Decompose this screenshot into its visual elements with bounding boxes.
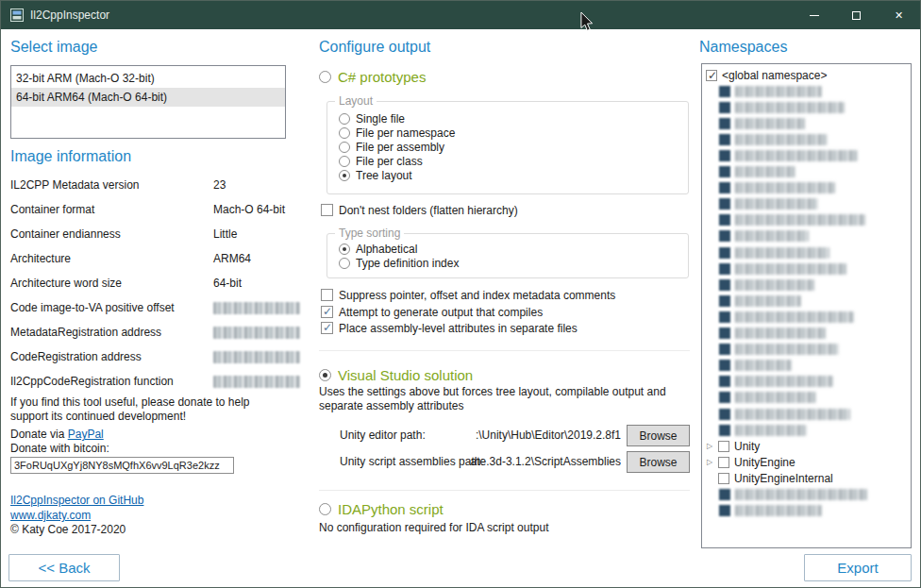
maximize-button[interactable]	[835, 1, 878, 29]
unity-assemblies-path-value[interactable]: ate.3d-3.1.2\ScriptAssemblies	[432, 455, 621, 468]
image-option-32bit-arm[interactable]: 32-bit ARM (Mach-O 32-bit)	[11, 69, 285, 88]
namespace-checkbox[interactable]	[718, 441, 729, 452]
namespace-checkbox[interactable]	[719, 344, 730, 355]
back-button[interactable]: << Back	[8, 554, 120, 581]
checkbox-flatten-hierarchy[interactable]: Don't nest folders (flatten hierarchy)	[321, 203, 518, 217]
namespace-checkbox[interactable]	[719, 295, 730, 307]
namespace-item-redacted[interactable]	[702, 164, 911, 180]
bitcoin-address-input[interactable]	[10, 457, 234, 474]
radio-option-single-file[interactable]: Single file	[339, 111, 688, 126]
namespace-item-redacted[interactable]	[702, 358, 911, 374]
minimize-icon	[810, 15, 819, 16]
website-link[interactable]: www.djkaty.com	[10, 509, 91, 522]
namespace-item-global[interactable]: <global namespace>	[702, 67, 911, 83]
namespace-checkbox[interactable]	[719, 376, 730, 387]
namespace-checkbox[interactable]	[719, 360, 730, 371]
checkbox-suppress-metadata-comments[interactable]: Suppress pointer, offset and index metad…	[321, 288, 615, 302]
namespace-checkbox[interactable]	[719, 214, 730, 226]
namespace-item-redacted[interactable]	[702, 99, 911, 115]
unity-editor-path-label: Unity editor path:	[340, 428, 426, 442]
namespace-item-redacted[interactable]	[702, 406, 911, 422]
checkbox-icon	[321, 289, 333, 301]
checkbox-assembly-attributes-separate-files[interactable]: Place assembly-level attributes in separ…	[321, 321, 578, 335]
namespace-checkbox[interactable]	[719, 134, 730, 145]
namespace-checkbox[interactable]	[719, 328, 730, 339]
namespace-item-unityengine[interactable]: ▷ UnityEngine	[702, 454, 911, 470]
namespace-checkbox[interactable]	[719, 409, 730, 420]
namespace-item-redacted[interactable]	[702, 115, 911, 131]
namespace-item-redacted[interactable]	[702, 422, 911, 438]
radio-option-type-definition-index[interactable]: Type definition index	[339, 256, 688, 270]
namespace-checkbox[interactable]	[719, 247, 730, 259]
namespaces-list[interactable]: <global namespace> ▷ Unity ▷ UnityEngine…	[701, 63, 912, 548]
namespace-item-redacted[interactable]	[702, 180, 911, 196]
namespace-item-redacted[interactable]	[702, 228, 911, 244]
namespace-item-redacted[interactable]	[702, 131, 911, 147]
redacted-text	[735, 263, 846, 275]
browse-assemblies-path-button[interactable]: Browse	[627, 451, 690, 473]
namespace-item-redacted[interactable]	[702, 503, 911, 519]
namespace-item-redacted[interactable]	[702, 196, 911, 212]
export-button[interactable]: Export	[804, 554, 912, 581]
radio-idapython-script[interactable]: IDAPython script	[319, 499, 444, 518]
close-button[interactable]: ✕	[878, 1, 920, 29]
namespace-item-redacted[interactable]	[702, 326, 911, 342]
namespace-item-redacted[interactable]	[702, 83, 911, 99]
redacted-text	[735, 295, 801, 307]
namespace-checkbox[interactable]	[719, 505, 730, 516]
namespace-checkbox[interactable]	[718, 457, 729, 468]
namespace-checkbox[interactable]	[719, 182, 730, 193]
namespace-item-redacted[interactable]	[702, 342, 911, 358]
namespace-checkbox[interactable]	[719, 198, 730, 210]
radio-icon	[339, 127, 350, 139]
namespace-checkbox[interactable]	[719, 425, 730, 436]
namespace-checkbox[interactable]	[719, 392, 730, 403]
namespace-item-redacted[interactable]	[702, 293, 911, 309]
unity-editor-path-value[interactable]: :\Unity\Hub\Editor\2019.2.8f1	[432, 428, 621, 442]
expander-icon[interactable]: ▷	[706, 459, 713, 466]
radio-option-alphabetical[interactable]: Alphabetical	[339, 242, 688, 256]
namespace-item-unity[interactable]: ▷ Unity	[702, 438, 911, 454]
redacted-text	[735, 247, 829, 259]
namespace-checkbox[interactable]	[719, 102, 730, 113]
radio-option-file-per-class[interactable]: File per class	[339, 154, 688, 168]
namespace-checkbox[interactable]	[719, 279, 730, 291]
namespace-item-redacted[interactable]	[702, 212, 911, 228]
checkbox-generate-compilable-output[interactable]: Attempt to generate output that compiles	[321, 305, 543, 319]
namespace-checkbox[interactable]	[719, 86, 730, 97]
namespace-checkbox[interactable]	[706, 70, 717, 81]
namespace-checkbox[interactable]	[719, 150, 730, 161]
namespace-item-redacted[interactable]	[702, 260, 911, 277]
namespace-item-redacted[interactable]	[702, 147, 911, 163]
radio-option-file-per-assembly[interactable]: File per assembly	[339, 140, 688, 154]
select-image-heading: Select image	[10, 39, 98, 56]
browse-editor-path-button[interactable]: Browse	[627, 425, 690, 446]
namespace-item-redacted[interactable]	[702, 309, 911, 325]
namespace-item-redacted[interactable]	[702, 374, 911, 390]
radio-option-tree-layout[interactable]: Tree layout	[339, 168, 688, 182]
radio-visual-studio-solution[interactable]: Visual Studio solution	[319, 365, 473, 384]
redacted-text	[735, 505, 822, 516]
github-link[interactable]: Il2CppInspector on GitHub	[10, 494, 143, 507]
namespace-checkbox[interactable]	[719, 230, 730, 242]
radio-option-file-per-namespace[interactable]: File per namespace	[339, 126, 688, 140]
radio-label: Visual Studio solution	[338, 367, 473, 383]
paypal-link[interactable]: PayPal	[68, 428, 104, 441]
redacted-text	[735, 102, 845, 113]
image-option-64bit-arm64[interactable]: 64-bit ARM64 (Mach-O 64-bit)	[11, 88, 285, 107]
namespace-item-redacted[interactable]	[702, 244, 911, 260]
namespace-checkbox[interactable]	[718, 473, 729, 484]
namespace-checkbox[interactable]	[719, 166, 730, 177]
expander-icon[interactable]: ▷	[706, 443, 713, 450]
minimize-button[interactable]	[793, 1, 835, 29]
redacted-text	[735, 489, 867, 500]
namespace-checkbox[interactable]	[719, 489, 730, 500]
namespace-item-redacted[interactable]	[702, 390, 911, 406]
namespace-item-redacted[interactable]	[702, 486, 911, 502]
namespace-checkbox[interactable]	[719, 311, 730, 323]
radio-csharp-prototypes[interactable]: C# prototypes	[319, 67, 426, 86]
namespace-item-unityengineinternal[interactable]: UnityEngineInternal	[702, 470, 911, 486]
namespace-item-redacted[interactable]	[702, 277, 911, 293]
namespace-checkbox[interactable]	[719, 118, 730, 129]
namespace-checkbox[interactable]	[719, 263, 730, 275]
